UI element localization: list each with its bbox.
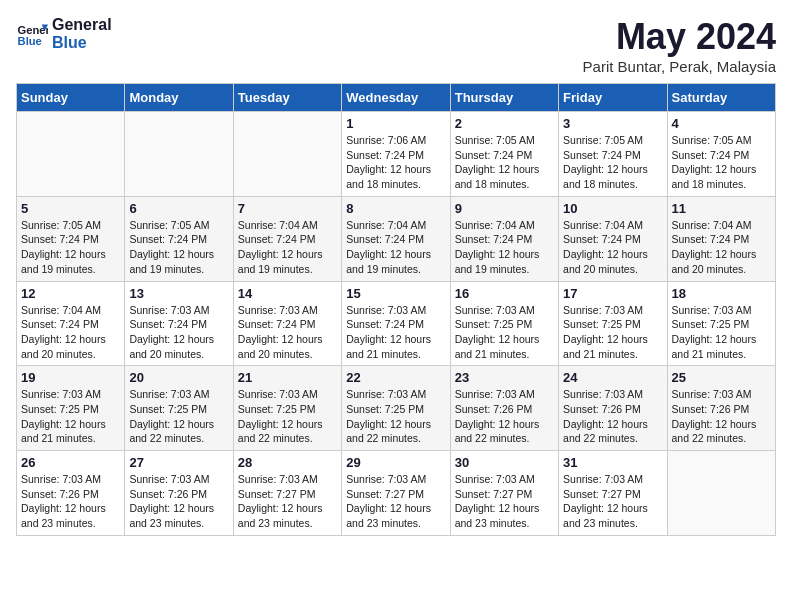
day-number: 23 [455, 370, 554, 385]
calendar-cell: 17Sunrise: 7:03 AMSunset: 7:25 PMDayligh… [559, 281, 667, 366]
day-number: 12 [21, 286, 120, 301]
day-number: 26 [21, 455, 120, 470]
day-info: Sunrise: 7:03 AMSunset: 7:26 PMDaylight:… [672, 387, 771, 446]
title-area: May 2024 Parit Buntar, Perak, Malaysia [583, 16, 776, 75]
calendar-cell: 25Sunrise: 7:03 AMSunset: 7:26 PMDayligh… [667, 366, 775, 451]
header: General Blue General Blue May 2024 Parit… [16, 16, 776, 75]
day-info: Sunrise: 7:03 AMSunset: 7:25 PMDaylight:… [21, 387, 120, 446]
day-info: Sunrise: 7:03 AMSunset: 7:25 PMDaylight:… [455, 303, 554, 362]
day-info: Sunrise: 7:05 AMSunset: 7:24 PMDaylight:… [21, 218, 120, 277]
day-info: Sunrise: 7:03 AMSunset: 7:25 PMDaylight:… [238, 387, 337, 446]
day-number: 30 [455, 455, 554, 470]
day-info: Sunrise: 7:04 AMSunset: 7:24 PMDaylight:… [563, 218, 662, 277]
calendar-cell: 9Sunrise: 7:04 AMSunset: 7:24 PMDaylight… [450, 196, 558, 281]
calendar-cell: 23Sunrise: 7:03 AMSunset: 7:26 PMDayligh… [450, 366, 558, 451]
day-info: Sunrise: 7:03 AMSunset: 7:25 PMDaylight:… [346, 387, 445, 446]
day-info: Sunrise: 7:03 AMSunset: 7:27 PMDaylight:… [346, 472, 445, 531]
logo-blue: Blue [52, 34, 112, 52]
svg-text:Blue: Blue [18, 35, 42, 47]
calendar-cell: 20Sunrise: 7:03 AMSunset: 7:25 PMDayligh… [125, 366, 233, 451]
calendar-cell: 30Sunrise: 7:03 AMSunset: 7:27 PMDayligh… [450, 451, 558, 536]
day-info: Sunrise: 7:03 AMSunset: 7:26 PMDaylight:… [563, 387, 662, 446]
calendar-cell: 12Sunrise: 7:04 AMSunset: 7:24 PMDayligh… [17, 281, 125, 366]
calendar-cell [125, 112, 233, 197]
logo-general: General [52, 16, 112, 34]
weekday-header: Wednesday [342, 84, 450, 112]
calendar-cell: 29Sunrise: 7:03 AMSunset: 7:27 PMDayligh… [342, 451, 450, 536]
calendar-cell: 18Sunrise: 7:03 AMSunset: 7:25 PMDayligh… [667, 281, 775, 366]
calendar-cell: 21Sunrise: 7:03 AMSunset: 7:25 PMDayligh… [233, 366, 341, 451]
calendar-cell: 10Sunrise: 7:04 AMSunset: 7:24 PMDayligh… [559, 196, 667, 281]
day-number: 20 [129, 370, 228, 385]
day-number: 28 [238, 455, 337, 470]
day-info: Sunrise: 7:04 AMSunset: 7:24 PMDaylight:… [455, 218, 554, 277]
weekday-header: Tuesday [233, 84, 341, 112]
day-info: Sunrise: 7:05 AMSunset: 7:24 PMDaylight:… [455, 133, 554, 192]
day-info: Sunrise: 7:06 AMSunset: 7:24 PMDaylight:… [346, 133, 445, 192]
day-number: 15 [346, 286, 445, 301]
day-info: Sunrise: 7:03 AMSunset: 7:26 PMDaylight:… [455, 387, 554, 446]
logo-icon: General Blue [16, 18, 48, 50]
weekday-header: Friday [559, 84, 667, 112]
day-number: 6 [129, 201, 228, 216]
day-info: Sunrise: 7:03 AMSunset: 7:25 PMDaylight:… [672, 303, 771, 362]
location: Parit Buntar, Perak, Malaysia [583, 58, 776, 75]
day-number: 24 [563, 370, 662, 385]
calendar-cell: 15Sunrise: 7:03 AMSunset: 7:24 PMDayligh… [342, 281, 450, 366]
day-number: 21 [238, 370, 337, 385]
calendar-cell: 2Sunrise: 7:05 AMSunset: 7:24 PMDaylight… [450, 112, 558, 197]
calendar-cell: 31Sunrise: 7:03 AMSunset: 7:27 PMDayligh… [559, 451, 667, 536]
day-info: Sunrise: 7:03 AMSunset: 7:25 PMDaylight:… [563, 303, 662, 362]
calendar-cell: 11Sunrise: 7:04 AMSunset: 7:24 PMDayligh… [667, 196, 775, 281]
weekday-header: Sunday [17, 84, 125, 112]
day-number: 10 [563, 201, 662, 216]
calendar-cell: 27Sunrise: 7:03 AMSunset: 7:26 PMDayligh… [125, 451, 233, 536]
calendar-cell: 14Sunrise: 7:03 AMSunset: 7:24 PMDayligh… [233, 281, 341, 366]
day-number: 22 [346, 370, 445, 385]
day-info: Sunrise: 7:03 AMSunset: 7:24 PMDaylight:… [346, 303, 445, 362]
calendar-cell [17, 112, 125, 197]
calendar-cell: 16Sunrise: 7:03 AMSunset: 7:25 PMDayligh… [450, 281, 558, 366]
day-info: Sunrise: 7:04 AMSunset: 7:24 PMDaylight:… [21, 303, 120, 362]
day-number: 13 [129, 286, 228, 301]
day-number: 29 [346, 455, 445, 470]
calendar-cell: 24Sunrise: 7:03 AMSunset: 7:26 PMDayligh… [559, 366, 667, 451]
day-info: Sunrise: 7:03 AMSunset: 7:24 PMDaylight:… [238, 303, 337, 362]
calendar-cell: 7Sunrise: 7:04 AMSunset: 7:24 PMDaylight… [233, 196, 341, 281]
day-number: 1 [346, 116, 445, 131]
day-number: 31 [563, 455, 662, 470]
day-info: Sunrise: 7:04 AMSunset: 7:24 PMDaylight:… [238, 218, 337, 277]
day-number: 19 [21, 370, 120, 385]
day-number: 18 [672, 286, 771, 301]
calendar-cell [667, 451, 775, 536]
calendar-cell: 19Sunrise: 7:03 AMSunset: 7:25 PMDayligh… [17, 366, 125, 451]
calendar-cell: 26Sunrise: 7:03 AMSunset: 7:26 PMDayligh… [17, 451, 125, 536]
day-info: Sunrise: 7:03 AMSunset: 7:25 PMDaylight:… [129, 387, 228, 446]
day-number: 11 [672, 201, 771, 216]
day-info: Sunrise: 7:04 AMSunset: 7:24 PMDaylight:… [672, 218, 771, 277]
calendar-cell: 22Sunrise: 7:03 AMSunset: 7:25 PMDayligh… [342, 366, 450, 451]
day-info: Sunrise: 7:05 AMSunset: 7:24 PMDaylight:… [672, 133, 771, 192]
day-number: 16 [455, 286, 554, 301]
day-info: Sunrise: 7:03 AMSunset: 7:27 PMDaylight:… [455, 472, 554, 531]
calendar-cell: 13Sunrise: 7:03 AMSunset: 7:24 PMDayligh… [125, 281, 233, 366]
day-info: Sunrise: 7:04 AMSunset: 7:24 PMDaylight:… [346, 218, 445, 277]
weekday-header: Saturday [667, 84, 775, 112]
day-number: 5 [21, 201, 120, 216]
calendar-cell: 1Sunrise: 7:06 AMSunset: 7:24 PMDaylight… [342, 112, 450, 197]
calendar-cell: 28Sunrise: 7:03 AMSunset: 7:27 PMDayligh… [233, 451, 341, 536]
calendar-cell: 8Sunrise: 7:04 AMSunset: 7:24 PMDaylight… [342, 196, 450, 281]
day-number: 9 [455, 201, 554, 216]
month-title: May 2024 [583, 16, 776, 58]
day-number: 2 [455, 116, 554, 131]
day-number: 7 [238, 201, 337, 216]
calendar-cell: 3Sunrise: 7:05 AMSunset: 7:24 PMDaylight… [559, 112, 667, 197]
calendar-cell: 4Sunrise: 7:05 AMSunset: 7:24 PMDaylight… [667, 112, 775, 197]
day-info: Sunrise: 7:03 AMSunset: 7:26 PMDaylight:… [21, 472, 120, 531]
day-info: Sunrise: 7:05 AMSunset: 7:24 PMDaylight:… [129, 218, 228, 277]
day-number: 27 [129, 455, 228, 470]
calendar-cell: 5Sunrise: 7:05 AMSunset: 7:24 PMDaylight… [17, 196, 125, 281]
day-number: 4 [672, 116, 771, 131]
calendar-cell: 6Sunrise: 7:05 AMSunset: 7:24 PMDaylight… [125, 196, 233, 281]
calendar-cell [233, 112, 341, 197]
